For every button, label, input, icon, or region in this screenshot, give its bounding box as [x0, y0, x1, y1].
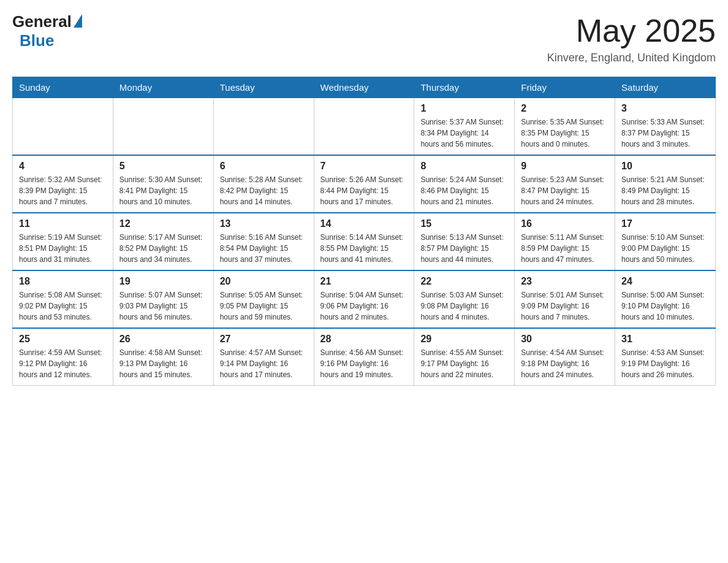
calendar-header-wednesday: Wednesday [314, 77, 414, 98]
calendar-cell: 2Sunrise: 5:35 AM Sunset: 8:35 PM Daylig… [515, 98, 615, 156]
day-info: Sunrise: 4:59 AM Sunset: 9:12 PM Dayligh… [19, 347, 107, 380]
day-info: Sunrise: 5:24 AM Sunset: 8:46 PM Dayligh… [420, 174, 508, 207]
day-info: Sunrise: 5:07 AM Sunset: 9:03 PM Dayligh… [119, 289, 207, 323]
day-number: 26 [119, 334, 207, 345]
calendar-cell: 18Sunrise: 5:08 AM Sunset: 9:02 PM Dayli… [13, 270, 113, 328]
day-info: Sunrise: 5:23 AM Sunset: 8:47 PM Dayligh… [521, 174, 609, 207]
day-info: Sunrise: 5:11 AM Sunset: 8:59 PM Dayligh… [521, 232, 609, 265]
day-number: 28 [320, 334, 408, 345]
calendar-cell: 12Sunrise: 5:17 AM Sunset: 8:52 PM Dayli… [113, 213, 213, 270]
day-info: Sunrise: 5:19 AM Sunset: 8:51 PM Dayligh… [19, 232, 107, 265]
day-info: Sunrise: 5:28 AM Sunset: 8:42 PM Dayligh… [220, 174, 308, 207]
calendar-cell: 13Sunrise: 5:16 AM Sunset: 8:54 PM Dayli… [213, 213, 314, 270]
title-section: May 2025 Kinvere, England, United Kingdo… [547, 12, 716, 64]
calendar-week-row: 1Sunrise: 5:37 AM Sunset: 8:34 PM Daylig… [13, 98, 716, 156]
calendar-cell: 29Sunrise: 4:55 AM Sunset: 9:17 PM Dayli… [414, 328, 515, 386]
day-number: 15 [420, 218, 508, 229]
day-number: 7 [320, 161, 408, 172]
day-number: 16 [521, 218, 609, 229]
day-info: Sunrise: 5:35 AM Sunset: 8:35 PM Dayligh… [521, 117, 609, 150]
day-number: 19 [119, 276, 207, 287]
day-number: 2 [521, 103, 609, 114]
calendar-cell: 8Sunrise: 5:24 AM Sunset: 8:46 PM Daylig… [414, 155, 515, 213]
day-info: Sunrise: 5:16 AM Sunset: 8:54 PM Dayligh… [220, 232, 308, 265]
calendar-header-saturday: Saturday [615, 77, 716, 98]
day-number: 1 [420, 103, 508, 114]
calendar-week-row: 4Sunrise: 5:32 AM Sunset: 8:39 PM Daylig… [13, 155, 716, 213]
day-number: 14 [320, 218, 408, 229]
day-info: Sunrise: 5:32 AM Sunset: 8:39 PM Dayligh… [19, 174, 107, 207]
calendar-cell: 11Sunrise: 5:19 AM Sunset: 8:51 PM Dayli… [13, 213, 113, 270]
day-info: Sunrise: 4:56 AM Sunset: 9:16 PM Dayligh… [320, 347, 408, 380]
calendar-week-row: 25Sunrise: 4:59 AM Sunset: 9:12 PM Dayli… [13, 328, 716, 386]
day-number: 13 [220, 218, 308, 229]
day-number: 8 [420, 161, 508, 172]
calendar-cell: 3Sunrise: 5:33 AM Sunset: 8:37 PM Daylig… [615, 98, 716, 156]
day-info: Sunrise: 5:13 AM Sunset: 8:57 PM Dayligh… [420, 232, 508, 265]
calendar-cell: 17Sunrise: 5:10 AM Sunset: 9:00 PM Dayli… [615, 213, 716, 270]
calendar-table: SundayMondayTuesdayWednesdayThursdayFrid… [12, 77, 716, 386]
page-header: General Blue May 2025 Kinvere, England, … [12, 12, 716, 64]
calendar-header-row: SundayMondayTuesdayWednesdayThursdayFrid… [13, 77, 716, 98]
calendar-cell [13, 98, 113, 156]
day-number: 17 [621, 218, 709, 229]
calendar-header-friday: Friday [515, 77, 615, 98]
day-info: Sunrise: 5:30 AM Sunset: 8:41 PM Dayligh… [119, 174, 207, 207]
calendar-header-sunday: Sunday [13, 77, 113, 98]
day-info: Sunrise: 5:10 AM Sunset: 9:00 PM Dayligh… [621, 232, 709, 265]
day-info: Sunrise: 5:17 AM Sunset: 8:52 PM Dayligh… [119, 232, 207, 265]
day-number: 22 [420, 276, 508, 287]
calendar-header-monday: Monday [113, 77, 213, 98]
logo: General Blue [12, 12, 82, 50]
day-number: 31 [621, 334, 709, 345]
calendar-cell: 24Sunrise: 5:00 AM Sunset: 9:10 PM Dayli… [615, 270, 716, 328]
day-number: 18 [19, 276, 107, 287]
calendar-cell: 10Sunrise: 5:21 AM Sunset: 8:49 PM Dayli… [615, 155, 716, 213]
day-info: Sunrise: 5:33 AM Sunset: 8:37 PM Dayligh… [621, 117, 709, 150]
day-number: 9 [521, 161, 609, 172]
calendar-cell [113, 98, 213, 156]
calendar-cell: 23Sunrise: 5:01 AM Sunset: 9:09 PM Dayli… [515, 270, 615, 328]
day-info: Sunrise: 4:58 AM Sunset: 9:13 PM Dayligh… [119, 347, 207, 380]
calendar-cell: 6Sunrise: 5:28 AM Sunset: 8:42 PM Daylig… [213, 155, 314, 213]
day-number: 30 [521, 334, 609, 345]
day-number: 3 [621, 103, 709, 114]
day-info: Sunrise: 5:00 AM Sunset: 9:10 PM Dayligh… [621, 289, 709, 323]
calendar-cell: 14Sunrise: 5:14 AM Sunset: 8:55 PM Dayli… [314, 213, 414, 270]
calendar-cell: 22Sunrise: 5:03 AM Sunset: 9:08 PM Dayli… [414, 270, 515, 328]
logo-triangle-icon [74, 14, 82, 28]
day-number: 11 [19, 218, 107, 229]
day-info: Sunrise: 5:21 AM Sunset: 8:49 PM Dayligh… [621, 174, 709, 207]
calendar-cell: 7Sunrise: 5:26 AM Sunset: 8:44 PM Daylig… [314, 155, 414, 213]
day-number: 4 [19, 161, 107, 172]
calendar-week-row: 11Sunrise: 5:19 AM Sunset: 8:51 PM Dayli… [13, 213, 716, 270]
calendar-cell: 4Sunrise: 5:32 AM Sunset: 8:39 PM Daylig… [13, 155, 113, 213]
calendar-cell: 19Sunrise: 5:07 AM Sunset: 9:03 PM Dayli… [113, 270, 213, 328]
day-info: Sunrise: 4:54 AM Sunset: 9:18 PM Dayligh… [521, 347, 609, 380]
day-number: 5 [119, 161, 207, 172]
day-number: 21 [320, 276, 408, 287]
day-info: Sunrise: 5:01 AM Sunset: 9:09 PM Dayligh… [521, 289, 609, 323]
day-info: Sunrise: 4:55 AM Sunset: 9:17 PM Dayligh… [420, 347, 508, 380]
location-text: Kinvere, England, United Kingdom [547, 52, 716, 64]
day-info: Sunrise: 5:08 AM Sunset: 9:02 PM Dayligh… [19, 289, 107, 323]
logo-general-text: General [12, 12, 72, 31]
month-title: May 2025 [547, 12, 716, 49]
day-number: 29 [420, 334, 508, 345]
day-info: Sunrise: 5:03 AM Sunset: 9:08 PM Dayligh… [420, 289, 508, 323]
calendar-cell: 26Sunrise: 4:58 AM Sunset: 9:13 PM Dayli… [113, 328, 213, 386]
day-number: 23 [521, 276, 609, 287]
day-info: Sunrise: 5:37 AM Sunset: 8:34 PM Dayligh… [420, 117, 508, 150]
calendar-cell [314, 98, 414, 156]
calendar-cell: 25Sunrise: 4:59 AM Sunset: 9:12 PM Dayli… [13, 328, 113, 386]
calendar-cell: 5Sunrise: 5:30 AM Sunset: 8:41 PM Daylig… [113, 155, 213, 213]
day-info: Sunrise: 4:57 AM Sunset: 9:14 PM Dayligh… [220, 347, 308, 380]
day-info: Sunrise: 5:14 AM Sunset: 8:55 PM Dayligh… [320, 232, 408, 265]
day-number: 12 [119, 218, 207, 229]
calendar-cell: 21Sunrise: 5:04 AM Sunset: 9:06 PM Dayli… [314, 270, 414, 328]
calendar-cell: 27Sunrise: 4:57 AM Sunset: 9:14 PM Dayli… [213, 328, 314, 386]
calendar-week-row: 18Sunrise: 5:08 AM Sunset: 9:02 PM Dayli… [13, 270, 716, 328]
day-info: Sunrise: 5:04 AM Sunset: 9:06 PM Dayligh… [320, 289, 408, 323]
calendar-cell: 15Sunrise: 5:13 AM Sunset: 8:57 PM Dayli… [414, 213, 515, 270]
day-number: 10 [621, 161, 709, 172]
